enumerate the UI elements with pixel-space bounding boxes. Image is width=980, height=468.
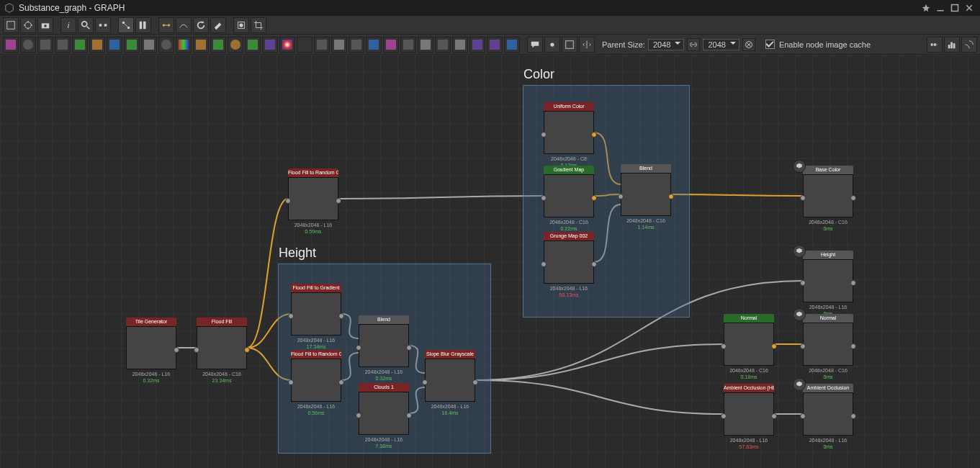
node-clouds[interactable]: Clouds 12048x2048 - L167.38ms xyxy=(359,383,409,449)
timing-button[interactable] xyxy=(927,37,943,53)
port-out[interactable] xyxy=(406,345,412,351)
node-normal-button[interactable] xyxy=(297,37,313,53)
node-blend2[interactable]: Blend2048x2048 - C161.14ms xyxy=(621,164,671,230)
align-button[interactable] xyxy=(135,17,151,33)
node-out_ao[interactable]: Ambient Occlusion2048x2048 - L160ms xyxy=(803,384,853,450)
node-emboss-button[interactable] xyxy=(279,37,295,53)
port-in[interactable] xyxy=(800,413,806,419)
node-ao[interactable]: Ambient Occlusion (HB…2048x2048 - L1657.… xyxy=(724,384,774,450)
node-fx3-button[interactable] xyxy=(418,37,433,53)
reset-size-button[interactable] xyxy=(742,38,755,51)
port-out[interactable] xyxy=(850,280,856,286)
port-out[interactable] xyxy=(591,132,597,138)
port-out[interactable] xyxy=(338,379,344,385)
node-ffgrad[interactable]: Flood Fill to Gradient2048x2048 - L1617.… xyxy=(291,284,341,350)
parent-size-y-dropdown[interactable]: 2048 xyxy=(703,39,739,50)
node-blend-button[interactable] xyxy=(158,37,174,53)
port-out[interactable] xyxy=(174,347,179,353)
mask-button[interactable] xyxy=(233,17,249,33)
port-in[interactable] xyxy=(422,379,428,385)
node-curve-button[interactable] xyxy=(72,37,88,53)
port-out[interactable] xyxy=(244,347,250,353)
port-out[interactable] xyxy=(771,413,777,419)
node-out_base[interactable]: Base Color2048x2048 - C160ms xyxy=(803,166,853,232)
node-fx4-button[interactable] xyxy=(435,37,451,53)
port-out[interactable] xyxy=(771,343,777,349)
portal-button[interactable] xyxy=(579,37,595,53)
minimize-icon[interactable] xyxy=(934,1,947,14)
enable-cache-checkbox[interactable]: Enable node image cache xyxy=(765,40,871,49)
node-warp-button[interactable] xyxy=(228,37,243,53)
expand-button[interactable] xyxy=(961,37,977,53)
node-svg-button[interactable] xyxy=(20,37,36,53)
node-tile-button[interactable] xyxy=(349,37,364,53)
profiler-button[interactable] xyxy=(944,37,960,53)
node-uniform[interactable]: Uniform Color2048x2048 - C80.12ms xyxy=(544,102,594,168)
fit-view-button[interactable] xyxy=(3,17,19,33)
close-icon[interactable] xyxy=(963,1,976,14)
node-text-button[interactable] xyxy=(37,37,53,53)
port-out[interactable] xyxy=(850,343,856,349)
port-in[interactable] xyxy=(194,347,199,353)
port-in[interactable] xyxy=(541,261,547,267)
node-ffrg1[interactable]: Flood Fill to Random Gr…2048x2048 - L160… xyxy=(288,168,338,235)
node-fx7-button[interactable] xyxy=(487,37,503,53)
link-size-button[interactable] xyxy=(687,38,700,51)
node-ffrg2[interactable]: Flood Fill to Random Gr…2048x2048 - L160… xyxy=(291,350,341,416)
node-tilegen[interactable]: Tile Generator2048x2048 - L160.32ms xyxy=(126,318,176,384)
node-gradmap[interactable]: Gradient Map2048x2048 - C160.22ms xyxy=(544,166,594,232)
flow-button[interactable] xyxy=(118,17,134,33)
node-fx8-button[interactable] xyxy=(504,37,520,53)
reload-button[interactable] xyxy=(193,17,209,33)
node-channels-button[interactable] xyxy=(176,37,192,53)
node-fx5-button[interactable] xyxy=(452,37,468,53)
center-button[interactable] xyxy=(20,17,36,33)
node-hsl-button[interactable] xyxy=(124,37,140,53)
port-in[interactable] xyxy=(356,345,361,351)
node-blur-button[interactable] xyxy=(193,37,209,53)
node-fx1-button[interactable] xyxy=(383,37,399,53)
node-pixel-button[interactable] xyxy=(366,37,382,53)
port-out[interactable] xyxy=(338,313,344,319)
port-in[interactable] xyxy=(800,195,806,201)
frame-button[interactable] xyxy=(562,37,577,53)
link-button[interactable] xyxy=(158,17,174,33)
search-button[interactable] xyxy=(78,17,94,33)
port-in[interactable] xyxy=(800,343,806,349)
port-out[interactable] xyxy=(591,195,597,201)
node-slope[interactable]: Slope Blur Grayscale2048x2048 - L1616.4m… xyxy=(425,350,475,416)
node-levels-button[interactable] xyxy=(107,37,122,53)
port-in[interactable] xyxy=(800,280,806,286)
node-bitmap-button[interactable] xyxy=(3,37,19,53)
node-blend1[interactable]: Blend2048x2048 - L160.32ms xyxy=(359,315,409,382)
port-in[interactable] xyxy=(356,413,361,418)
node-out_normal[interactable]: Normal2048x2048 - C160ms xyxy=(803,314,853,380)
node-sharpen-button[interactable] xyxy=(262,37,278,53)
maximize-icon[interactable] xyxy=(948,1,961,14)
node-fx2-button[interactable] xyxy=(400,37,416,53)
pin-icon[interactable] xyxy=(920,1,932,14)
pin-node-button[interactable] xyxy=(544,37,560,53)
port-out[interactable] xyxy=(472,379,478,385)
curve-button[interactable] xyxy=(176,17,192,33)
node-grayscale-button[interactable] xyxy=(141,37,157,53)
port-in[interactable] xyxy=(288,313,294,319)
node-gradient-button[interactable] xyxy=(89,37,105,53)
node-shuffle-button[interactable] xyxy=(55,37,71,53)
comment-button[interactable] xyxy=(527,37,543,53)
node-mirror-button[interactable] xyxy=(331,37,347,53)
port-out[interactable] xyxy=(850,413,856,419)
graph-canvas[interactable]: Color Height Tile Generator2048x2048 - L… xyxy=(0,55,980,468)
port-out[interactable] xyxy=(406,413,412,418)
port-in[interactable] xyxy=(618,194,624,199)
node-out_height[interactable]: Height2048x2048 - L160ms xyxy=(803,251,853,317)
port-in[interactable] xyxy=(721,413,727,419)
node-grunge[interactable]: Grunge Map 0022048x2048 - L1650.13ms xyxy=(544,232,594,298)
camera-button[interactable] xyxy=(37,17,53,33)
node-fx6-button[interactable] xyxy=(469,37,485,53)
port-in[interactable] xyxy=(285,198,291,204)
crop-button[interactable] xyxy=(251,17,266,33)
port-out[interactable] xyxy=(591,261,597,267)
port-out[interactable] xyxy=(850,195,856,201)
port-out[interactable] xyxy=(668,194,674,199)
